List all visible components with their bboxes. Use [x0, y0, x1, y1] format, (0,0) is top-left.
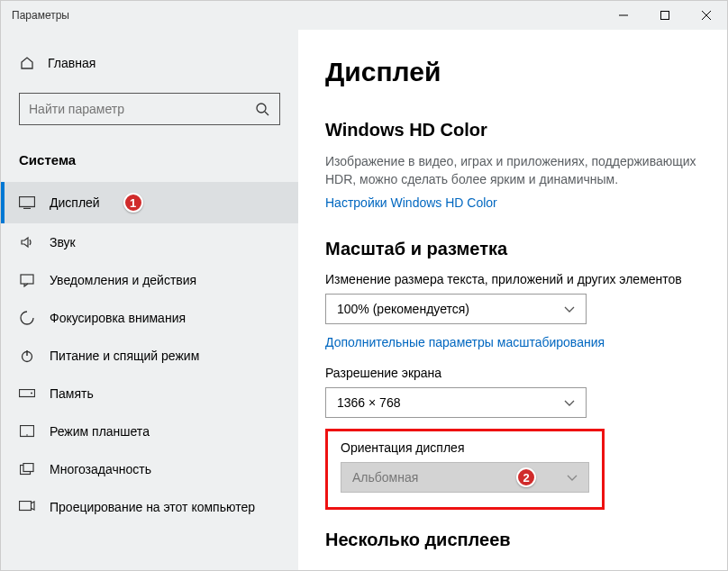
nav-label: Многозадачность — [50, 462, 151, 476]
minimize-button[interactable] — [603, 1, 644, 30]
home-icon — [19, 55, 35, 71]
sound-icon — [19, 234, 35, 250]
sidebar: Главная Система Дисплей 1 Звук — [1, 30, 298, 570]
annotation-badge-2: 2 — [516, 467, 536, 487]
svg-point-12 — [31, 393, 32, 394]
search-input[interactable] — [29, 102, 254, 116]
search-box[interactable] — [19, 93, 280, 125]
svg-rect-17 — [20, 502, 32, 511]
svg-rect-6 — [20, 197, 35, 207]
nav-item-power[interactable]: Питание и спящий режим — [1, 337, 298, 375]
scale-label: Изменение размера текста, приложений и д… — [325, 272, 700, 286]
nav-item-focus[interactable]: Фокусировка внимания — [1, 299, 298, 337]
resolution-label: Разрешение экрана — [325, 366, 700, 380]
home-link[interactable]: Главная — [1, 48, 298, 78]
orientation-select[interactable]: Альбомная 2 — [341, 462, 589, 493]
storage-icon — [19, 385, 35, 402]
project-icon — [19, 499, 35, 515]
chevron-down-icon — [567, 470, 578, 485]
scale-select[interactable]: 100% (рекомендуется) — [325, 294, 587, 324]
display-icon — [19, 195, 35, 211]
search-icon — [254, 101, 270, 117]
window-title: Параметры — [1, 9, 69, 22]
nav-item-notifications[interactable]: Уведомления и действия — [1, 261, 298, 299]
resolution-select[interactable]: 1366 × 768 — [325, 387, 587, 418]
nav-label: Фокусировка внимания — [50, 311, 186, 325]
titlebar: Параметры — [1, 1, 727, 30]
svg-rect-8 — [21, 275, 33, 284]
nav-label: Режим планшета — [50, 424, 150, 439]
nav-label: Память — [50, 386, 94, 401]
svg-rect-1 — [661, 12, 669, 20]
nav-label: Проецирование на этот компьютер — [50, 500, 255, 514]
maximize-button[interactable] — [644, 1, 686, 30]
home-label: Главная — [48, 56, 96, 70]
page-title: Дисплей — [325, 57, 700, 87]
advanced-scaling-link[interactable]: Дополнительные параметры масштабирования — [325, 335, 605, 349]
nav-item-multitask[interactable]: Многозадачность — [1, 450, 298, 488]
chevron-down-icon — [564, 395, 575, 410]
scale-heading: Масштаб и разметка — [325, 239, 700, 259]
nav-label: Дисплей — [50, 195, 100, 210]
nav-item-storage[interactable]: Память — [1, 375, 298, 412]
annotation-badge-1: 1 — [123, 193, 143, 213]
nav-item-sound[interactable]: Звук — [1, 223, 298, 261]
multitask-icon — [19, 461, 35, 477]
power-icon — [19, 348, 35, 364]
resolution-value: 1366 × 768 — [337, 395, 400, 410]
orientation-highlight: Ориентация дисплея Альбомная 2 — [325, 429, 605, 510]
close-button[interactable] — [686, 1, 727, 30]
hd-heading: Windows HD Color — [325, 120, 700, 140]
section-title: Система — [1, 143, 298, 182]
nav-label: Питание и спящий режим — [50, 349, 199, 363]
svg-line-5 — [265, 112, 268, 115]
nav-item-project[interactable]: Проецирование на этот компьютер — [1, 488, 298, 526]
hd-settings-link[interactable]: Настройки Windows HD Color — [325, 195, 497, 210]
notifications-icon — [19, 272, 35, 288]
nav-item-display[interactable]: Дисплей 1 — [1, 182, 298, 223]
orientation-value: Альбомная — [352, 470, 418, 485]
focus-icon — [19, 310, 35, 326]
nav-label: Уведомления и действия — [50, 273, 196, 287]
nav-label: Звук — [50, 235, 76, 249]
chevron-down-icon — [564, 302, 575, 316]
svg-point-14 — [26, 434, 28, 436]
tablet-icon — [19, 423, 35, 440]
main-content: Дисплей Windows HD Color Изображение в в… — [298, 30, 727, 570]
multi-display-heading: Несколько дисплеев — [325, 530, 700, 550]
svg-point-4 — [257, 104, 266, 113]
hd-description: Изображение в видео, играх и приложениях… — [325, 153, 700, 188]
orientation-label: Ориентация дисплея — [341, 440, 589, 455]
nav-item-tablet[interactable]: Режим планшета — [1, 412, 298, 450]
svg-rect-16 — [23, 464, 33, 472]
scale-value: 100% (рекомендуется) — [337, 302, 469, 316]
